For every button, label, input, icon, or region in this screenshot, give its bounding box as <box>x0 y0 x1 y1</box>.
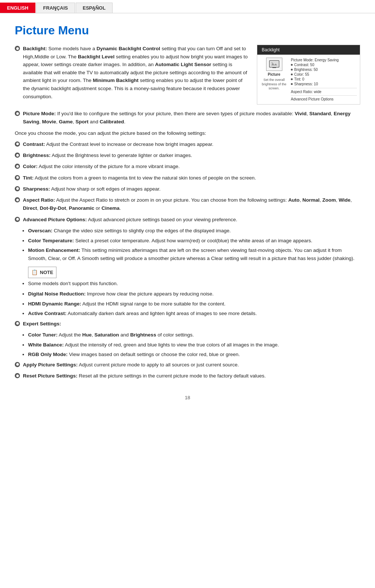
sharpness-heading: Sharpness: <box>23 186 50 192</box>
sharpness-text: Sharpness: Adjust how sharp or soft edge… <box>23 185 360 193</box>
aspect-text: Aspect Ratio: Adjust the Aspect Ratio to… <box>23 196 360 213</box>
aspect-body: Adjust the Aspect Ratio to stretch or zo… <box>23 197 352 211</box>
panel-menu-item-4: Tint: 0 <box>291 77 357 82</box>
picture-mode-body: If you'd like to configure the settings … <box>23 111 351 124</box>
overscan-body: Change the video size settings to slight… <box>52 228 231 233</box>
menu-dot-4 <box>291 78 293 80</box>
panel-right: Picture Mode: Energy Saving Contrast: 50… <box>291 58 357 101</box>
reset-item: Reset Picture Settings: Reset all the pi… <box>15 372 360 380</box>
page-number: 18 <box>15 395 360 400</box>
bullet-circle-sh <box>15 186 20 191</box>
hdmi-body: Adjust the HDMI signal range to be more … <box>81 301 226 307</box>
rgb-item: RGB Only Mode: View images based on defa… <box>28 351 360 359</box>
once-para: Once you choose the mode, you can adjust… <box>15 129 360 137</box>
panel-menu-item-2: Brightness: 50 <box>291 67 357 72</box>
digital-noise-body: Improve how clear the picture appears by… <box>86 291 214 297</box>
tab-espanol-label: ESPAÑOL <box>83 5 106 11</box>
color-temp-body: Select a preset color temperature. Adjus… <box>74 238 312 243</box>
motion-heading: Motion Enhancement: <box>28 247 80 253</box>
bullet-circle-t <box>15 175 20 180</box>
bullet-circle-pm <box>15 111 20 116</box>
bullet-circle-c <box>15 141 20 147</box>
tint-body: Adjust the colors from a green to magent… <box>34 175 256 181</box>
advanced-text: Advanced Picture Options: Adjust advance… <box>23 216 360 224</box>
panel-menu-text-2: Brightness: 50 <box>294 68 318 72</box>
white-balance-body: Adjust the intensity of red, green and b… <box>64 342 279 348</box>
backlight-item: Backlight: Some models have a Dynamic Ba… <box>15 45 250 100</box>
bullet-circle-es <box>15 321 20 326</box>
tv-icon-svg <box>269 60 279 68</box>
sharpness-item: Sharpness: Adjust how sharp or soft edge… <box>15 185 360 193</box>
panel-menu-text-0: Picture Mode: Energy Saving <box>291 58 339 62</box>
svg-rect-2 <box>270 61 278 66</box>
bullet-circle <box>15 46 20 51</box>
main-content: Picture Menu Backlight: Some models have… <box>0 13 375 415</box>
rgb-heading: RGB Only Mode: <box>28 352 68 357</box>
bullet-circle-rps <box>15 373 20 378</box>
menu-dot-5 <box>291 83 293 85</box>
panel-section-1: Advanced Picture Options <box>291 95 357 101</box>
picture-icon <box>266 58 282 71</box>
panel-menu-text-3: Color: 55 <box>294 72 309 76</box>
rgb-body: View images based on default settings or… <box>68 352 240 357</box>
hdmi-heading: HDMI Dynamic Range: <box>28 301 81 307</box>
panel-menu-text-4: Tint: 0 <box>294 77 304 81</box>
tint-text: Tint: Adjust the colors from a green to … <box>23 174 360 182</box>
advanced-body: Adjust advanced picture settings based o… <box>87 217 237 222</box>
tab-english[interactable]: ENGLISH <box>0 3 35 13</box>
panel-body: Picture Set the overall brightness of th… <box>257 55 360 104</box>
color-tuner-heading: Color Tuner: <box>28 332 58 338</box>
reset-body: Reset all the picture settings in the cu… <box>78 373 266 379</box>
active-contrast-item: Active Contrast: Automatically darken da… <box>28 310 360 318</box>
brightness-body: Adjust the Brightness level to generate … <box>51 153 192 158</box>
menu-dot-1 <box>291 64 293 66</box>
screenshot-panel: Backlight Picture Set the overall bright… <box>257 45 360 105</box>
contrast-item: Contrast: Adjust the Contrast level to i… <box>15 140 360 148</box>
bullet-circle-aps <box>15 362 20 367</box>
brightness-item: Brightness: Adjust the Brightness level … <box>15 151 360 160</box>
panel-menu-text-1: Contrast: 50 <box>294 63 314 67</box>
panel-icon-sub: Set the overall brightness of the screen… <box>260 78 288 91</box>
tab-francais[interactable]: FRANÇAIS <box>36 3 75 13</box>
apply-body: Adjust current picture mode to apply to … <box>78 362 239 368</box>
bullet-circle-apo <box>15 217 20 222</box>
contrast-body: Adjust the Contrast level to increase or… <box>45 141 213 147</box>
color-tuner-body: Adjust the Hue, Saturation and Brightnes… <box>58 332 194 338</box>
panel-icon-label: Picture <box>268 72 281 76</box>
more-sub-list: Digital Noise Reduction: Improve how cle… <box>28 290 360 318</box>
picture-mode-item: Picture Mode: If you'd like to configure… <box>15 110 360 126</box>
digital-noise-heading: Digital Noise Reduction: <box>28 291 86 297</box>
tab-english-label: ENGLISH <box>7 5 28 11</box>
expert-heading: Expert Settings: <box>23 321 61 327</box>
tint-item: Tint: Adjust the colors from a green to … <box>15 174 360 182</box>
expert-sub-list: Color Tuner: Adjust the Hue, Saturation … <box>28 331 360 359</box>
contrast-heading: Contrast: <box>23 141 45 147</box>
note-icon: 📋 <box>31 268 38 277</box>
brightness-text: Brightness: Adjust the Brightness level … <box>23 151 360 160</box>
panel-section-text-1: Advanced Picture Options <box>291 97 334 101</box>
brightness-heading: Brightness: <box>23 153 51 158</box>
white-balance-heading: White Balance: <box>28 342 64 348</box>
advanced-heading: Advanced Picture Options: <box>23 217 87 222</box>
apply-heading: Apply Picture Settings: <box>23 362 78 368</box>
tint-heading: Tint: <box>23 175 34 181</box>
panel-menu-item-1: Contrast: 50 <box>291 62 357 67</box>
advanced-item: Advanced Picture Options: Adjust advance… <box>15 216 360 224</box>
panel-menu-item-5: Sharpness: 10 <box>291 82 357 86</box>
backlight-text: Backlight: Some models have a Dynamic Ba… <box>23 45 250 100</box>
tab-francais-label: FRANÇAIS <box>43 5 68 11</box>
tab-espanol[interactable]: ESPAÑOL <box>76 3 113 13</box>
panel-header: Backlight <box>257 45 360 55</box>
color-tuner-item: Color Tuner: Adjust the Hue, Saturation … <box>28 331 360 339</box>
digital-noise-item: Digital Noise Reduction: Improve how cle… <box>28 290 360 298</box>
svg-rect-1 <box>272 67 276 68</box>
color-temp-item: Color Temperature: Select a preset color… <box>28 237 360 245</box>
language-tabs: ENGLISH FRANÇAIS ESPAÑOL <box>0 0 375 13</box>
color-text: Color: Adjust the color intensity of the… <box>23 163 360 171</box>
white-balance-item: White Balance: Adjust the intensity of r… <box>28 341 360 349</box>
color-item: Color: Adjust the color intensity of the… <box>15 163 360 171</box>
page-title: Picture Menu <box>15 24 360 37</box>
picture-mode-text: Picture Mode: If you'd like to configure… <box>23 110 360 126</box>
backlight-body: Some models have a Dynamic Backlight Con… <box>23 46 248 99</box>
aspect-item: Aspect Ratio: Adjust the Aspect Ratio to… <box>15 196 360 213</box>
